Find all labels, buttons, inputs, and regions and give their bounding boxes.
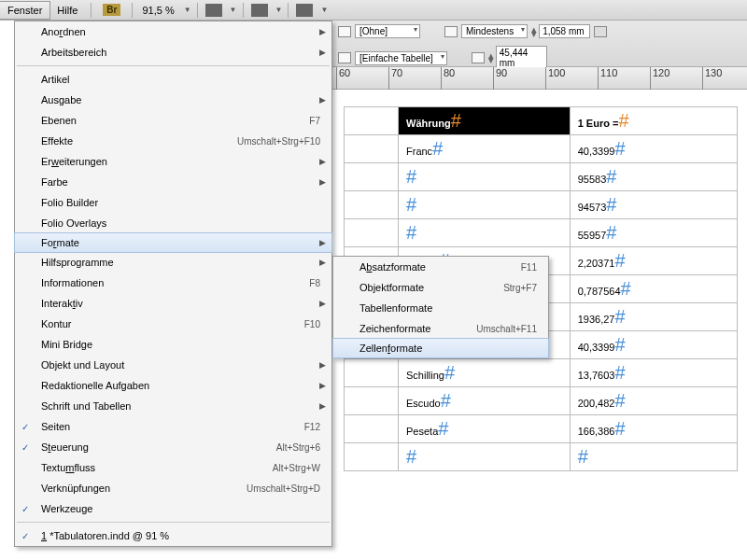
chevron-down-icon[interactable]: ▼ [320, 6, 328, 14]
table-style-dropdown[interactable]: [Einfache Tabelle] [355, 51, 447, 65]
menu-item[interactable]: Farbe▶ [15, 172, 331, 192]
menu-label: Formate [41, 237, 324, 248]
ruler-tick: 130 [702, 67, 722, 90]
menu-item[interactable]: ✓1 *Tabulatoren.indd @ 91 % [15, 525, 331, 546]
menu-label: Effekte [41, 135, 237, 147]
table-cell[interactable]: 95583# [570, 163, 737, 191]
table-cell[interactable] [345, 359, 399, 387]
menu-item[interactable]: Hilfsprogramme▶ [15, 252, 331, 273]
table-cell[interactable]: Schilling# [399, 359, 571, 387]
table-cell[interactable]: # [570, 443, 737, 471]
table-cell[interactable]: Franc# [399, 135, 571, 163]
submenu-arrow-icon: ▶ [319, 401, 326, 411]
table-cell[interactable]: Escudo# [399, 387, 571, 415]
table-cell[interactable] [345, 443, 399, 471]
arrange-icon[interactable] [296, 4, 313, 17]
menu-hilfe[interactable]: Hilfe [49, 2, 85, 19]
zoom-level[interactable]: 91,5 % [142, 5, 174, 16]
submenu-arrow-icon: ▶ [319, 299, 326, 308]
table-cell[interactable]: # [399, 163, 571, 191]
stepper-icon[interactable]: ▴▾ [488, 53, 494, 63]
table-cell[interactable]: 40,3399# [570, 331, 737, 359]
apply-icon[interactable] [594, 26, 607, 37]
row-height-field[interactable]: ▴▾ 1,058 mm [531, 24, 590, 38]
chevron-down-icon[interactable]: ▼ [184, 6, 191, 14]
menu-shortcut: F10 [304, 319, 320, 329]
table-cell[interactable] [345, 219, 399, 247]
table-cell[interactable]: 1936,27# [570, 303, 737, 331]
formate-submenu: AbsatzformateF11ObjektformateStrg+F7Tabe… [332, 256, 549, 358]
menu-item[interactable]: Artikel [15, 69, 331, 90]
row-height-mode-dropdown[interactable]: Mindestens [461, 24, 528, 38]
separator [243, 3, 244, 18]
menu-item[interactable]: Redaktionelle Aufgaben▶ [15, 375, 331, 396]
table-cell[interactable]: 94573# [570, 191, 737, 219]
table-cell[interactable]: 40,3399# [570, 135, 737, 163]
table-cell[interactable] [345, 387, 399, 415]
menu-fenster[interactable]: Fenster [0, 1, 50, 20]
table-cell[interactable]: 13,7603# [570, 359, 737, 387]
menu-item[interactable]: ZeichenformateUmschalt+F11 [333, 318, 548, 339]
table-cell[interactable]: 2,20371# [570, 247, 737, 275]
menu-item[interactable]: Objekt und Layout▶ [15, 355, 331, 375]
table-cell[interactable]: # [399, 219, 571, 247]
menu-label: Objektformate [359, 282, 503, 293]
table-cell[interactable]: Währung# [399, 107, 571, 135]
table-cell[interactable]: 1 Euro =# [570, 107, 737, 135]
table-cell[interactable] [345, 135, 399, 163]
table-cell[interactable]: 55957# [570, 219, 737, 247]
menu-item[interactable]: VerknüpfungenUmschalt+Strg+D [15, 478, 331, 498]
menu-label: Schrift und Tabellen [41, 400, 324, 412]
menu-item[interactable]: Folio Overlays [15, 213, 331, 233]
check-icon: ✓ [21, 442, 29, 453]
menu-label: Anordnen [41, 26, 324, 37]
chevron-down-icon[interactable]: ▼ [230, 6, 237, 14]
menu-item[interactable]: KonturF10 [15, 314, 331, 334]
stepper-icon[interactable]: ▴▾ [531, 27, 537, 36]
menu-item[interactable]: Anordnen▶ [15, 21, 331, 42]
ruler-tick: 60 [336, 67, 350, 90]
menu-separator [17, 65, 330, 66]
menu-item[interactable]: Interaktiv▶ [15, 293, 331, 314]
table-cell[interactable]: 0,787564# [570, 275, 737, 303]
cell-style-dropdown[interactable]: [Ohne] [355, 24, 420, 38]
cell-style-icon [338, 26, 351, 37]
table-cell[interactable] [345, 163, 399, 191]
bridge-badge[interactable]: Br [103, 4, 120, 16]
menu-item[interactable]: Formate▶ [14, 232, 332, 253]
menu-item[interactable]: TextumflussAlt+Strg+W [15, 457, 331, 478]
table-cell[interactable]: Peseta# [399, 415, 571, 443]
submenu-arrow-icon: ▶ [319, 95, 326, 105]
table-cell[interactable] [345, 191, 399, 219]
menu-label: Textumfluss [41, 462, 273, 473]
menu-item[interactable]: ✓SeitenF12 [15, 416, 331, 437]
menu-item[interactable]: ObjektformateStrg+F7 [333, 277, 548, 298]
table-cell[interactable]: # [399, 443, 571, 471]
menu-item[interactable]: Folio Builder [15, 192, 331, 213]
menu-item[interactable]: ✓SteuerungAlt+Strg+6 [15, 437, 331, 457]
menu-item[interactable]: Tabellenformate [333, 298, 548, 318]
separator [132, 3, 133, 18]
menu-label: Informationen [41, 277, 309, 288]
table-cell[interactable] [345, 107, 399, 135]
menu-item[interactable]: AbsatzformateF11 [333, 257, 548, 277]
menu-item[interactable]: Schrift und Tabellen▶ [15, 396, 331, 416]
menu-item[interactable]: Arbeitsbereich▶ [15, 42, 331, 63]
menu-item[interactable]: InformationenF8 [15, 273, 331, 293]
view-options-icon[interactable] [251, 4, 268, 17]
menu-item[interactable]: ✓Werkzeuge [15, 498, 331, 519]
table-cell[interactable]: 200,482# [570, 387, 737, 415]
table-cell[interactable] [345, 415, 399, 443]
menu-item[interactable]: Erweiterungen▶ [15, 151, 331, 172]
menu-item[interactable]: Ausgabe▶ [15, 90, 331, 110]
menu-item[interactable]: EffekteUmschalt+Strg+F10 [15, 131, 331, 151]
screen-mode-icon[interactable] [205, 4, 222, 17]
table-cell[interactable]: # [399, 191, 571, 219]
menu-item[interactable]: Mini Bridge [15, 334, 331, 355]
chevron-down-icon[interactable]: ▼ [275, 6, 283, 14]
menu-item[interactable]: Zellenformate [332, 338, 549, 358]
menu-item[interactable]: EbenenF7 [15, 110, 331, 131]
separator [197, 3, 198, 18]
menu-label: Werkzeuge [41, 503, 324, 514]
table-cell[interactable]: 166,386# [570, 415, 737, 443]
